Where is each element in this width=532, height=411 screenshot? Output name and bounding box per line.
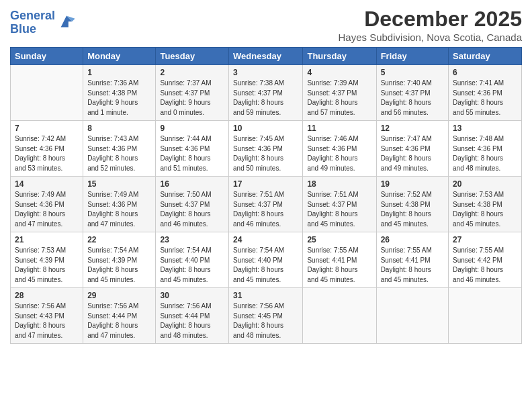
calendar-cell: 16Sunrise: 7:50 AMSunset: 4:37 PMDayligh…: [156, 177, 229, 232]
day-number: 18: [307, 179, 371, 189]
day-info: Sunrise: 7:41 AMSunset: 4:36 PMDaylight:…: [453, 79, 517, 118]
logo: General Blue: [10, 9, 76, 36]
page: General Blue December 2025 Hayes Subdivi…: [0, 0, 532, 411]
day-number: 2: [160, 68, 224, 77]
day-number: 11: [307, 124, 371, 133]
day-number: 4: [307, 68, 371, 77]
calendar-cell: 29Sunrise: 7:56 AMSunset: 4:44 PMDayligh…: [83, 288, 156, 344]
day-number: 10: [233, 124, 298, 133]
day-number: 30: [160, 291, 224, 300]
day-info: Sunrise: 7:51 AMSunset: 4:37 PMDaylight:…: [233, 190, 298, 229]
col-thursday: Thursday: [303, 48, 376, 65]
calendar-cell: 24Sunrise: 7:54 AMSunset: 4:40 PMDayligh…: [229, 232, 303, 288]
calendar-cell: 14Sunrise: 7:49 AMSunset: 4:36 PMDayligh…: [11, 177, 83, 232]
calendar-cell: 30Sunrise: 7:56 AMSunset: 4:44 PMDayligh…: [156, 288, 229, 344]
col-wednesday: Wednesday: [229, 48, 303, 65]
location-subtitle: Hayes Subdivision, Nova Scotia, Canada: [339, 32, 523, 43]
calendar-week-2: 7Sunrise: 7:42 AMSunset: 4:36 PMDaylight…: [11, 121, 522, 177]
col-friday: Friday: [376, 48, 448, 65]
day-number: 22: [87, 235, 151, 244]
day-info: Sunrise: 7:38 AMSunset: 4:37 PMDaylight:…: [233, 79, 298, 118]
calendar-cell: 28Sunrise: 7:56 AMSunset: 4:43 PMDayligh…: [11, 288, 83, 344]
header: General Blue December 2025 Hayes Subdivi…: [10, 7, 522, 43]
day-number: 15: [87, 179, 151, 189]
day-number: 26: [381, 235, 444, 244]
day-info: Sunrise: 7:40 AMSunset: 4:37 PMDaylight:…: [381, 79, 444, 118]
logo-icon: [57, 12, 76, 31]
calendar-cell: 18Sunrise: 7:51 AMSunset: 4:37 PMDayligh…: [303, 177, 376, 232]
day-info: Sunrise: 7:54 AMSunset: 4:39 PMDaylight:…: [87, 246, 151, 285]
col-saturday: Saturday: [449, 48, 522, 65]
calendar-cell: 22Sunrise: 7:54 AMSunset: 4:39 PMDayligh…: [83, 232, 156, 288]
day-info: Sunrise: 7:55 AMSunset: 4:41 PMDaylight:…: [381, 246, 444, 285]
day-number: 20: [453, 179, 517, 189]
day-number: 6: [453, 68, 517, 77]
day-number: 17: [233, 179, 298, 189]
day-info: Sunrise: 7:54 AMSunset: 4:40 PMDaylight:…: [160, 246, 224, 285]
calendar-cell: 15Sunrise: 7:49 AMSunset: 4:36 PMDayligh…: [83, 177, 156, 232]
calendar-cell: 26Sunrise: 7:55 AMSunset: 4:41 PMDayligh…: [376, 232, 448, 288]
day-number: 14: [15, 179, 79, 189]
day-info: Sunrise: 7:42 AMSunset: 4:36 PMDaylight:…: [15, 134, 79, 173]
day-number: 16: [160, 179, 224, 189]
title-area: December 2025 Hayes Subdivision, Nova Sc…: [339, 7, 523, 43]
logo-text: General Blue: [10, 9, 55, 36]
day-info: Sunrise: 7:56 AMSunset: 4:43 PMDaylight:…: [15, 302, 79, 340]
calendar-cell: 6Sunrise: 7:41 AMSunset: 4:36 PMDaylight…: [449, 65, 522, 121]
calendar-cell: 10Sunrise: 7:45 AMSunset: 4:36 PMDayligh…: [229, 121, 303, 177]
day-number: 13: [453, 124, 517, 133]
logo-blue: Blue: [10, 22, 36, 36]
day-info: Sunrise: 7:52 AMSunset: 4:38 PMDaylight:…: [381, 190, 444, 229]
day-info: Sunrise: 7:56 AMSunset: 4:45 PMDaylight:…: [233, 302, 298, 340]
day-info: Sunrise: 7:45 AMSunset: 4:36 PMDaylight:…: [233, 134, 298, 173]
day-info: Sunrise: 7:56 AMSunset: 4:44 PMDaylight:…: [87, 302, 151, 340]
day-info: Sunrise: 7:56 AMSunset: 4:44 PMDaylight:…: [160, 302, 224, 340]
day-info: Sunrise: 7:44 AMSunset: 4:36 PMDaylight:…: [160, 134, 224, 173]
day-number: 19: [381, 179, 444, 189]
calendar-cell: [11, 65, 83, 121]
calendar-cell: 20Sunrise: 7:53 AMSunset: 4:38 PMDayligh…: [449, 177, 522, 232]
day-info: Sunrise: 7:53 AMSunset: 4:38 PMDaylight:…: [453, 190, 517, 229]
calendar-cell: 3Sunrise: 7:38 AMSunset: 4:37 PMDaylight…: [229, 65, 303, 121]
day-number: 7: [15, 124, 79, 133]
calendar-cell: 17Sunrise: 7:51 AMSunset: 4:37 PMDayligh…: [229, 177, 303, 232]
day-number: 24: [233, 235, 298, 244]
day-info: Sunrise: 7:49 AMSunset: 4:36 PMDaylight:…: [87, 190, 151, 229]
day-info: Sunrise: 7:51 AMSunset: 4:37 PMDaylight:…: [307, 190, 371, 229]
col-monday: Monday: [83, 48, 156, 65]
day-number: 3: [233, 68, 298, 77]
col-tuesday: Tuesday: [156, 48, 229, 65]
day-number: 28: [15, 291, 79, 300]
calendar-table: Sunday Monday Tuesday Wednesday Thursday…: [10, 47, 522, 344]
day-info: Sunrise: 7:53 AMSunset: 4:39 PMDaylight:…: [15, 246, 79, 285]
day-number: 9: [160, 124, 224, 133]
calendar-week-3: 14Sunrise: 7:49 AMSunset: 4:36 PMDayligh…: [11, 177, 522, 232]
day-number: 21: [15, 235, 79, 244]
calendar-week-4: 21Sunrise: 7:53 AMSunset: 4:39 PMDayligh…: [11, 232, 522, 288]
calendar-cell: 19Sunrise: 7:52 AMSunset: 4:38 PMDayligh…: [376, 177, 448, 232]
calendar-header-row: Sunday Monday Tuesday Wednesday Thursday…: [11, 48, 522, 65]
day-number: 29: [87, 291, 151, 300]
day-number: 8: [87, 124, 151, 133]
day-info: Sunrise: 7:46 AMSunset: 4:36 PMDaylight:…: [307, 134, 371, 173]
calendar-cell: 12Sunrise: 7:47 AMSunset: 4:36 PMDayligh…: [376, 121, 448, 177]
day-info: Sunrise: 7:48 AMSunset: 4:36 PMDaylight:…: [453, 134, 517, 173]
day-number: 27: [453, 235, 517, 244]
calendar-cell: 5Sunrise: 7:40 AMSunset: 4:37 PMDaylight…: [376, 65, 448, 121]
day-info: Sunrise: 7:55 AMSunset: 4:41 PMDaylight:…: [307, 246, 371, 285]
month-title: December 2025: [339, 7, 523, 32]
day-number: 23: [160, 235, 224, 244]
calendar-cell: 11Sunrise: 7:46 AMSunset: 4:36 PMDayligh…: [303, 121, 376, 177]
calendar-cell: 1Sunrise: 7:36 AMSunset: 4:38 PMDaylight…: [83, 65, 156, 121]
calendar-cell: 23Sunrise: 7:54 AMSunset: 4:40 PMDayligh…: [156, 232, 229, 288]
day-info: Sunrise: 7:55 AMSunset: 4:42 PMDaylight:…: [453, 246, 517, 285]
calendar-cell: 21Sunrise: 7:53 AMSunset: 4:39 PMDayligh…: [11, 232, 83, 288]
day-number: 31: [233, 291, 298, 300]
calendar-cell: 31Sunrise: 7:56 AMSunset: 4:45 PMDayligh…: [229, 288, 303, 344]
calendar-cell: 4Sunrise: 7:39 AMSunset: 4:37 PMDaylight…: [303, 65, 376, 121]
calendar-cell: 7Sunrise: 7:42 AMSunset: 4:36 PMDaylight…: [11, 121, 83, 177]
day-info: Sunrise: 7:50 AMSunset: 4:37 PMDaylight:…: [160, 190, 224, 229]
calendar-cell: 27Sunrise: 7:55 AMSunset: 4:42 PMDayligh…: [449, 232, 522, 288]
calendar-cell: 9Sunrise: 7:44 AMSunset: 4:36 PMDaylight…: [156, 121, 229, 177]
calendar-cell: 8Sunrise: 7:43 AMSunset: 4:36 PMDaylight…: [83, 121, 156, 177]
